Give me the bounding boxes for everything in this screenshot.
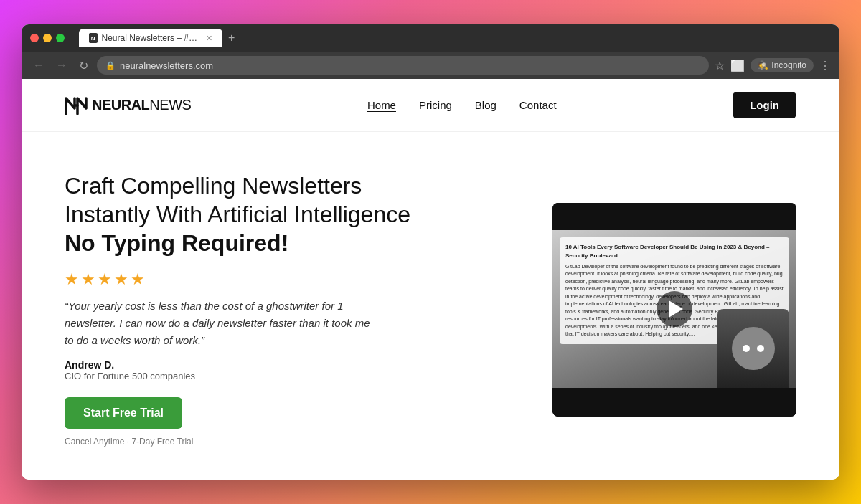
tab-favicon: N: [89, 33, 98, 43]
robot-image: [718, 309, 789, 388]
browser-window: N Neural Newsletters – #1 New... ✕ + ← →…: [22, 24, 839, 480]
reload-button[interactable]: ↻: [76, 56, 91, 75]
author-title: CIO for Fortune 500 companies: [65, 371, 410, 381]
headline-line2: Instantly With Artificial Intelligence: [65, 201, 410, 227]
browser-toolbar: ← → ↻ 🔒 neuralnewsletters.com ☆ ⬜ 🕵 Inco…: [22, 52, 839, 79]
site-navigation: NEURALNEWS Home Pricing Blog Contact Log…: [22, 79, 839, 132]
video-container: 10 AI Tools Every Software Developer Sho…: [552, 203, 796, 417]
logo-icon: [65, 95, 89, 115]
hero-headline: Craft Compelling Newsletters Instantly W…: [65, 171, 410, 257]
traffic-lights: [30, 34, 65, 42]
login-button[interactable]: Login: [733, 92, 796, 118]
url-text: neuralnewsletters.com: [120, 60, 213, 71]
nav-link-home: Home: [367, 99, 396, 111]
lock-icon: 🔒: [105, 61, 116, 70]
bookmark-icon[interactable]: ☆: [715, 59, 725, 72]
play-button[interactable]: [657, 291, 692, 327]
toolbar-right: ☆ ⬜ 🕵 Incognito ⋮: [715, 58, 831, 72]
menu-icon[interactable]: ⋮: [819, 59, 831, 72]
headline-line1: Craft Compelling Newsletters: [65, 173, 362, 199]
star-3: ★: [98, 270, 112, 289]
play-icon: [669, 300, 683, 318]
robot-face: [732, 327, 775, 370]
logo: NEURALNEWS: [65, 95, 191, 115]
nav-item-contact[interactable]: Contact: [519, 99, 557, 112]
incognito-label: Incognito: [771, 60, 806, 70]
incognito-icon: 🕵: [758, 60, 768, 70]
article-title: 10 AI Tools Every Software Developer Sho…: [565, 243, 784, 260]
forward-button[interactable]: →: [53, 56, 70, 75]
robot-eye-right: [757, 345, 764, 352]
tab-close-icon[interactable]: ✕: [206, 34, 212, 43]
star-2: ★: [81, 270, 95, 289]
new-tab-button[interactable]: +: [224, 30, 239, 46]
maximize-button[interactable]: [56, 34, 65, 42]
star-1: ★: [65, 270, 79, 289]
robot-eyes: [743, 345, 764, 352]
video-bottom-bar: [552, 388, 796, 417]
nav-link-contact: Contact: [519, 99, 557, 111]
incognito-badge: 🕵 Incognito: [751, 58, 814, 72]
back-button[interactable]: ←: [30, 56, 47, 75]
browser-tabs: N Neural Newsletters – #1 New... ✕ +: [79, 29, 239, 47]
logo-text: NEURALNEWS: [92, 97, 191, 113]
nav-item-home[interactable]: Home: [367, 99, 396, 112]
active-tab[interactable]: N Neural Newsletters – #1 New... ✕: [79, 29, 222, 47]
video-thumbnail: 10 AI Tools Every Software Developer Sho…: [552, 230, 796, 388]
nav-link-pricing: Pricing: [419, 99, 452, 111]
extensions-icon[interactable]: ⬜: [730, 59, 745, 72]
website-content: NEURALNEWS Home Pricing Blog Contact Log…: [22, 79, 839, 480]
star-rating: ★ ★ ★ ★ ★: [65, 270, 410, 289]
star-4: ★: [114, 270, 128, 289]
tab-title: Neural Newsletters – #1 New...: [102, 33, 199, 43]
address-bar[interactable]: 🔒 neuralnewsletters.com: [97, 56, 709, 75]
minimize-button[interactable]: [43, 34, 52, 42]
robot-eye-left: [743, 345, 750, 352]
headline-line3: No Typing Required!: [65, 230, 288, 256]
start-trial-button[interactable]: Start Free Trial: [65, 397, 182, 429]
hero-left: Craft Compelling Newsletters Instantly W…: [65, 171, 410, 447]
video-top-bar: [552, 203, 796, 230]
nav-links: Home Pricing Blog Contact: [367, 99, 557, 112]
hero-right: 10 AI Tools Every Software Developer Sho…: [552, 203, 796, 417]
nav-link-blog: Blog: [475, 99, 497, 111]
browser-titlebar: N Neural Newsletters – #1 New... ✕ +: [22, 24, 839, 52]
nav-item-pricing[interactable]: Pricing: [419, 99, 452, 112]
star-5: ★: [131, 270, 145, 289]
cta-note: Cancel Anytime · 7-Day Free Trial: [65, 437, 193, 447]
author-name: Andrew D.: [65, 359, 410, 371]
hero-section: Craft Compelling Newsletters Instantly W…: [22, 132, 839, 480]
close-button[interactable]: [30, 34, 39, 42]
testimonial-text: “Your yearly cost is less than the cost …: [65, 298, 380, 349]
nav-item-blog[interactable]: Blog: [475, 99, 497, 112]
